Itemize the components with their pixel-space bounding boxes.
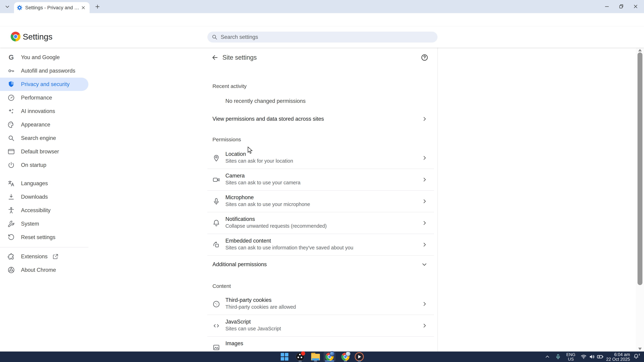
tray-notifications-bell-icon[interactable]: z bbox=[632, 352, 641, 362]
back-arrow-icon[interactable] bbox=[210, 53, 219, 62]
microphone-icon bbox=[212, 197, 220, 206]
tab-search-chevron-icon[interactable] bbox=[3, 3, 12, 10]
row-javascript[interactable]: JavaScript Sites can use JavaScript bbox=[208, 315, 434, 337]
sidebar-item-system[interactable]: System bbox=[0, 217, 88, 231]
camera-icon bbox=[212, 176, 220, 184]
chevron-right-icon bbox=[422, 110, 428, 127]
sidebar-item-reset-settings[interactable]: Reset settings bbox=[0, 231, 88, 244]
browser-tab[interactable]: Settings - Privacy and security bbox=[14, 2, 90, 13]
code-icon bbox=[212, 322, 220, 330]
additional-permissions-expander[interactable]: Additional permissions bbox=[208, 256, 434, 273]
sidebar-item-extensions[interactable]: Extensions bbox=[0, 250, 88, 263]
bell-icon bbox=[212, 219, 220, 227]
sidebar-divider bbox=[0, 247, 88, 247]
cookie-icon bbox=[212, 300, 220, 308]
scrollbar[interactable] bbox=[636, 47, 644, 352]
profile-badge bbox=[346, 351, 351, 357]
sparkle-icon bbox=[7, 107, 15, 115]
new-tab-icon[interactable] bbox=[93, 3, 102, 10]
chevron-down-icon bbox=[421, 256, 428, 273]
key-icon bbox=[7, 67, 15, 75]
taskbar-obs-icon[interactable] bbox=[296, 352, 305, 362]
taskbar-media-player-icon[interactable] bbox=[354, 352, 364, 362]
sidebar-item-about-chrome[interactable]: About Chrome bbox=[0, 263, 88, 277]
mouse-cursor bbox=[247, 147, 254, 155]
page-title: Site settings bbox=[222, 54, 257, 61]
taskbar-chrome-active-icon[interactable] bbox=[325, 352, 334, 362]
running-indicator bbox=[358, 361, 361, 362]
google-g-icon: G bbox=[7, 53, 15, 61]
wrench-icon bbox=[7, 220, 15, 228]
chrome-logo-icon bbox=[10, 31, 21, 42]
settings-gear-favicon-icon bbox=[17, 5, 22, 10]
external-link-icon bbox=[52, 253, 59, 260]
windows-taskbar: ENG US 6:04 am 22 Oct 2025 z bbox=[0, 352, 644, 362]
tray-clock[interactable]: 6:04 am 22 Oct 2025 bbox=[602, 352, 630, 362]
sidebar-item-on-startup[interactable]: On startup bbox=[0, 158, 88, 172]
sidebar-item-appearance[interactable]: Appearance bbox=[0, 118, 88, 131]
tab-title: Settings - Privacy and security bbox=[25, 5, 80, 10]
taskbar-file-explorer-icon[interactable] bbox=[311, 352, 320, 362]
row-embedded-content[interactable]: Embedded content Sites can ask to use in… bbox=[208, 234, 434, 256]
tray-show-hidden-icons[interactable] bbox=[543, 352, 552, 362]
window-minimize-button[interactable] bbox=[602, 2, 612, 11]
tray-language-indicator[interactable]: ENG US bbox=[564, 352, 578, 362]
tab-close-icon[interactable] bbox=[80, 4, 87, 11]
settings-page-title: Settings bbox=[23, 32, 52, 41]
sidebar-item-you-and-google[interactable]: G You and Google bbox=[0, 51, 88, 64]
settings-header: Settings Search settings bbox=[0, 26, 644, 47]
sidebar-item-privacy-and-security[interactable]: Privacy and security bbox=[0, 78, 88, 91]
start-button[interactable] bbox=[280, 352, 289, 362]
embedded-content-icon bbox=[212, 241, 220, 249]
sidebar-item-autofill[interactable]: Autofill and passwords bbox=[0, 64, 88, 77]
help-icon[interactable] bbox=[420, 53, 429, 62]
chrome-window: Settings - Privacy and security bbox=[0, 0, 644, 362]
search-icon bbox=[211, 34, 218, 40]
scrollbar-up-arrow[interactable] bbox=[638, 49, 642, 51]
chevron-right-icon bbox=[422, 169, 428, 190]
sidebar-item-search-engine[interactable]: Search engine bbox=[0, 131, 88, 145]
sidebar-item-languages[interactable]: Languages bbox=[0, 177, 88, 190]
power-icon bbox=[7, 161, 15, 169]
taskbar-chrome-second-icon[interactable] bbox=[341, 352, 350, 362]
chevron-right-icon bbox=[422, 191, 428, 212]
row-microphone[interactable]: Microphone Sites can ask to use your mic… bbox=[208, 191, 434, 212]
row-notifications[interactable]: Notifications Collapse unwanted requests… bbox=[208, 212, 434, 234]
chevron-right-icon bbox=[422, 234, 428, 255]
tray-microphone-icon[interactable] bbox=[553, 352, 563, 362]
palette-icon bbox=[7, 121, 15, 128]
recent-activity-heading: Recent activity bbox=[212, 83, 246, 89]
window-close-button[interactable] bbox=[630, 2, 641, 11]
extensions-puzzle-icon bbox=[7, 253, 15, 260]
recent-activity-empty: No recently changed permissions bbox=[226, 98, 306, 104]
sidebar-item-default-browser[interactable]: Default browser bbox=[0, 145, 88, 158]
search-placeholder: Search settings bbox=[221, 34, 258, 40]
tray-wifi-icon[interactable] bbox=[579, 352, 588, 362]
search-icon bbox=[7, 134, 15, 142]
row-camera[interactable]: Camera Sites can ask to use your camera bbox=[208, 169, 434, 191]
settings-body: G You and Google Autofill and passwords … bbox=[0, 47, 644, 352]
sidebar-item-downloads[interactable]: Downloads bbox=[0, 190, 88, 204]
row-location[interactable]: Location Sites can ask for your location bbox=[208, 147, 434, 169]
content-right-divider bbox=[438, 47, 438, 352]
row-images[interactable]: Images bbox=[208, 337, 434, 352]
accessibility-person-icon bbox=[7, 207, 15, 214]
view-permissions-link[interactable]: View permissions and data stored across … bbox=[208, 110, 434, 127]
row-third-party-cookies[interactable]: Third-party cookies Third-party cookies … bbox=[208, 293, 434, 315]
reset-arrow-icon bbox=[7, 233, 15, 241]
sidebar-item-ai-innovations[interactable]: AI innovations bbox=[0, 105, 88, 118]
chrome-outline-icon bbox=[7, 266, 15, 274]
running-indicator bbox=[298, 361, 302, 362]
scrollbar-down-arrow[interactable] bbox=[638, 348, 642, 350]
browser-window-icon bbox=[7, 148, 15, 155]
window-restore-button[interactable] bbox=[616, 2, 626, 11]
running-indicator bbox=[314, 361, 317, 362]
site-settings-content: Site settings Recent activity No recentl… bbox=[208, 47, 434, 352]
sidebar-item-accessibility[interactable]: Accessibility bbox=[0, 204, 88, 217]
tab-strip: Settings - Privacy and security bbox=[0, 0, 644, 13]
sidebar-item-performance[interactable]: Performance bbox=[0, 91, 88, 104]
settings-search-input[interactable]: Search settings bbox=[208, 32, 438, 42]
chevron-right-icon bbox=[422, 212, 428, 234]
active-running-indicator bbox=[325, 361, 334, 362]
scrollbar-thumb[interactable] bbox=[638, 52, 642, 285]
